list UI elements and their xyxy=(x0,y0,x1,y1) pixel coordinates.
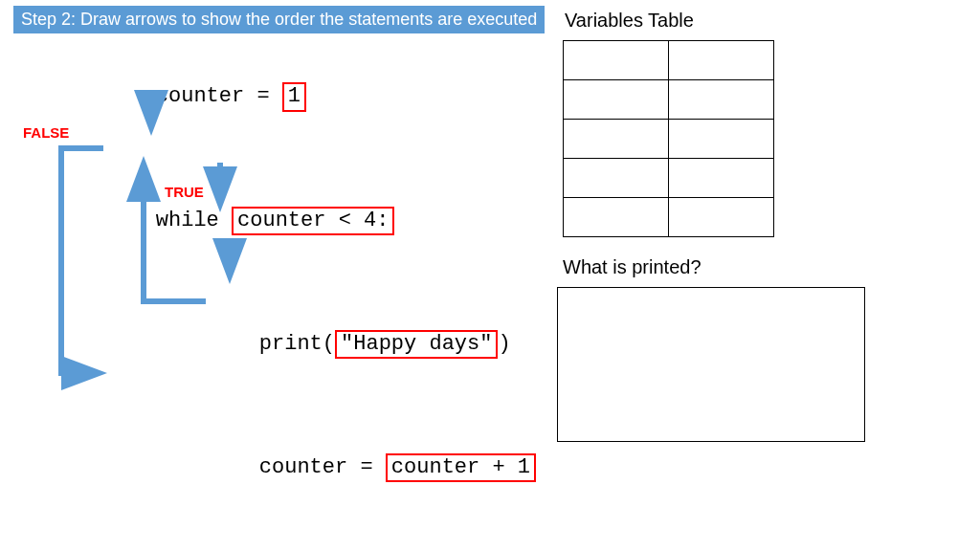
vars-cell xyxy=(564,159,669,198)
literal-box: 1 xyxy=(282,82,306,111)
vars-cell xyxy=(669,120,774,159)
vars-cell xyxy=(669,80,774,120)
code-text: counter = xyxy=(259,455,386,479)
code-text: print( xyxy=(259,332,335,356)
vars-cell xyxy=(669,198,774,237)
code-block: counter = 1 while counter < 4: print("Ha… xyxy=(105,57,536,551)
printed-title: What is printed? xyxy=(563,256,702,278)
vars-cell xyxy=(564,41,669,80)
code-line-1: counter = 1 xyxy=(105,57,536,137)
vars-cell xyxy=(564,120,669,159)
code-line-4: counter = counter + 1 xyxy=(105,429,536,508)
variables-table xyxy=(563,40,774,237)
code-text: ) xyxy=(498,332,510,356)
vars-cell xyxy=(564,80,669,120)
variables-table-title: Variables Table xyxy=(565,10,694,32)
true-label: TRUE xyxy=(165,184,204,200)
code-text: while xyxy=(156,209,232,232)
expr-box: counter + 1 xyxy=(386,453,536,482)
code-text: counter = xyxy=(156,84,282,108)
vars-cell xyxy=(669,41,774,80)
false-label: FALSE xyxy=(23,124,69,141)
vars-cell xyxy=(564,198,669,237)
printed-output-box xyxy=(557,287,865,442)
code-line-3: print("Happy days") xyxy=(105,304,536,384)
step-banner: Step 2: Draw arrows to show the order th… xyxy=(13,6,545,33)
string-box: "Happy days" xyxy=(335,330,498,359)
vars-cell xyxy=(669,159,774,198)
condition-box: counter < 4: xyxy=(232,207,394,235)
